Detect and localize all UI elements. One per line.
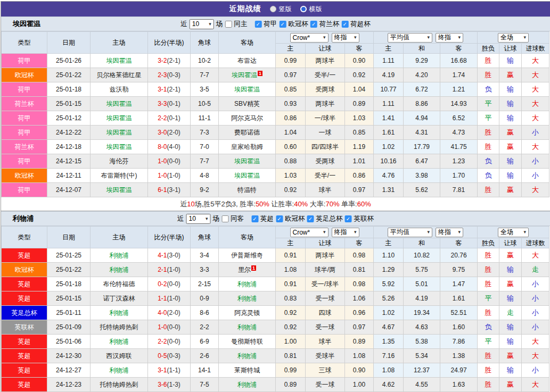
col-header-asian-away: 客	[345, 238, 374, 248]
result-goals: 大	[522, 248, 549, 263]
halftime-score: (3-1)	[167, 186, 180, 194]
corner-score: 14-1	[191, 363, 219, 378]
layout-option-vertical[interactable]: 竖版	[270, 5, 292, 14]
asian-handicap: 球半/两	[306, 263, 345, 277]
team-section-header: 埃因霍温近10▾场同主✓荷甲✓欧冠杯✓荷兰杯✓荷超杯	[1, 16, 550, 31]
asian-odds-time-select[interactable]: 终指▾	[332, 33, 359, 43]
league-badge: 欧冠杯	[2, 169, 47, 183]
asian-home-odds: 0.99	[276, 363, 306, 378]
col-header-result-goals: 进球数	[522, 238, 549, 248]
asian-home-odds: 0.99	[276, 54, 306, 68]
same-venue-checkbox[interactable]	[225, 21, 232, 28]
league-badge: 英超	[2, 363, 47, 378]
halftime-score: (1-0)	[167, 266, 180, 273]
league-checkbox[interactable]: ✓	[251, 215, 258, 222]
corner-score: 7-0	[191, 140, 219, 154]
summary-segment: 40%	[294, 200, 308, 208]
asian-odds-source-select[interactable]: Crow*▾	[290, 228, 329, 237]
halftime-score: (2-1)	[167, 86, 180, 93]
league-checkbox[interactable]: ✓	[310, 21, 317, 28]
away-team: 布雷达	[219, 54, 276, 68]
asian-odds-time-select[interactable]: 终指▾	[332, 228, 359, 237]
scope-select[interactable]: 全场▾	[498, 33, 529, 43]
fulltime-score: 2-2	[158, 338, 167, 345]
euro-odds-source-select-value: 平均值	[390, 33, 409, 42]
asian-away-odds: 0.97	[345, 183, 374, 197]
euro-odds-time-select[interactable]: 终指▾	[436, 228, 463, 237]
euro-away-odds: 41.75	[440, 140, 478, 154]
match-count-select[interactable]: 10▾	[186, 214, 211, 224]
away-team-name: 利物浦	[237, 280, 257, 288]
asian-odds-source-select-value: Crow*	[293, 229, 310, 236]
match-row: 英超25-01-18布伦特福德0-2(0-0)2-15利物浦0.91受一/球半0…	[2, 277, 549, 291]
score: 3-1(1-1)	[148, 363, 191, 378]
asian-handicap: 受一球	[306, 378, 345, 392]
euro-away-odds: 6.52	[440, 111, 478, 126]
league-badge: 英超	[2, 277, 47, 291]
league-checkbox[interactable]: ✓	[341, 21, 348, 28]
asian-away-odds: 0.89	[345, 97, 374, 111]
league-checkbox[interactable]: ✓	[255, 21, 261, 28]
home-team: 托特纳姆热刺	[91, 320, 148, 335]
title-bar: 近期战绩 竖版 横版	[1, 2, 550, 16]
result-handicap: 输	[499, 320, 522, 335]
asian-away-odds: 1.06	[345, 291, 374, 306]
asian-home-odds: 0.83	[276, 291, 306, 306]
league-checkbox[interactable]: ✓	[345, 215, 352, 222]
league-checkbox[interactable]: ✓	[276, 215, 283, 222]
result-wdl: 胜	[478, 306, 499, 320]
asian-odds-source-select[interactable]: Crow*▾	[290, 33, 329, 43]
scope-select[interactable]: 全场▾	[498, 228, 529, 237]
away-team-name: 阿克灵顿	[234, 309, 260, 316]
league-badge: 英超	[2, 335, 47, 349]
scope-select-value: 全场	[500, 33, 513, 42]
match-count-select[interactable]: 10▾	[190, 19, 214, 29]
radio-icon[interactable]	[270, 6, 276, 12]
fulltime-score: 3-0	[158, 129, 167, 136]
score: 4-0(2-0)	[148, 306, 191, 320]
euro-draw-odds: 5.01	[404, 277, 440, 291]
summary-segment: 60%	[357, 200, 371, 208]
asian-home-odds: 0.92	[276, 320, 306, 335]
match-row: 英超25-01-15诺丁汉森林1-1(1-0)0-9利物浦0.83受一球1.06…	[2, 291, 549, 306]
layout-option-horizontal[interactable]: 横版	[300, 5, 322, 14]
euro-odds-time-select-value: 终指	[438, 33, 451, 42]
away-team-name: 埃因霍温	[234, 157, 260, 165]
league-badge: 英超	[2, 349, 47, 363]
same-venue-checkbox[interactable]	[221, 215, 228, 222]
result-goals: 大	[522, 68, 549, 82]
fulltime-score: 0-2	[158, 280, 167, 288]
league-filter-label: 欧冠杯	[288, 20, 308, 29]
away-team: 莱斯特城	[219, 363, 276, 378]
asian-away-odds: 0.98	[345, 277, 374, 291]
league-checkbox[interactable]: ✓	[307, 215, 314, 222]
home-team: 埃因霍温	[91, 140, 148, 154]
corner-score: 3-3	[191, 263, 219, 277]
fulltime-score: 3-2	[158, 57, 167, 64]
euro-away-odds: 1.38	[440, 349, 478, 363]
euro-away-odds: 1.23	[440, 154, 478, 169]
col-header-type: 类型	[2, 227, 47, 248]
euro-home-odds: 1.41	[374, 111, 404, 126]
match-row: 英超25-01-25利物浦4-1(3-0)3-4伊普斯维奇0.91两球半0.98…	[2, 248, 549, 263]
euro-odds-source-select[interactable]: 平均值▾	[388, 228, 432, 237]
result-wdl: 负	[478, 82, 499, 97]
col-header-result-wdl: 胜负	[478, 44, 499, 54]
euro-odds-source-select[interactable]: 平均值▾	[388, 33, 432, 43]
red-card-indicator: 1	[258, 71, 262, 76]
result-handicap: 输	[499, 169, 522, 183]
asian-home-odds: 0.86	[276, 111, 306, 126]
match-row: 欧冠杯25-01-22贝尔格莱德红星2-3(0-3)7-7埃因霍温10.97受半…	[2, 68, 549, 82]
league-badge: 荷甲	[2, 126, 47, 140]
league-badge: 英联杯	[2, 320, 47, 335]
league-checkbox[interactable]: ✓	[279, 21, 286, 28]
away-team-name: 埃因霍温	[234, 86, 260, 93]
euro-home-odds: 10.77	[374, 82, 404, 97]
asian-away-odds: 1.08	[345, 349, 374, 363]
match-date: 24-12-22	[47, 126, 91, 140]
match-date: 25-01-22	[47, 68, 91, 82]
radio-selected-icon[interactable]	[300, 6, 307, 12]
euro-away-odds: 1.47	[440, 277, 478, 291]
asian-home-odds: 0.97	[276, 68, 306, 82]
euro-odds-time-select[interactable]: 终指▾	[436, 33, 463, 43]
